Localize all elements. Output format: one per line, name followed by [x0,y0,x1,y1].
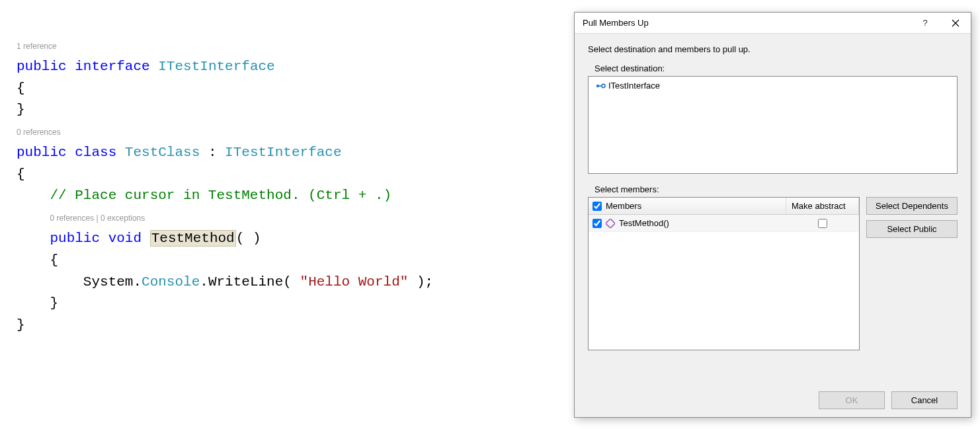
close-button[interactable] [940,13,971,34]
keyword: class [75,145,116,160]
parens: ( ) [236,231,261,246]
column-members: Members [606,201,641,211]
brace: } [17,317,25,332]
dialog-body: Select destination and members to pull u… [575,34,971,417]
destination-list[interactable]: ITestInterface [588,76,958,174]
brace: { [17,81,25,96]
ok-button[interactable]: OK [819,391,885,409]
make-abstract-checkbox[interactable] [818,219,827,228]
dialog-title: Pull Members Up [583,18,910,28]
brace: { [50,253,58,268]
close-icon [952,19,960,27]
type-name: ITestInterface [225,145,341,160]
table-row[interactable]: TestMethod() [589,215,859,232]
method-call: WriteLine [208,274,283,290]
help-button[interactable]: ? [910,13,940,34]
keyword: public [17,145,67,160]
string-literal: "Hello World" [300,274,409,290]
table-header: Members Make abstract [589,198,859,215]
keyword: void [108,231,142,246]
class-ref: Console [142,274,200,290]
help-icon: ? [922,18,927,28]
side-buttons: Select Dependents Select Public [866,197,958,350]
brace: { [17,167,25,182]
members-label: Select members: [594,184,958,194]
member-checkbox[interactable] [592,219,602,228]
instruction-text: Select destination and members to pull u… [588,44,958,54]
brace: } [50,295,58,311]
colon: : [208,145,217,160]
interface-icon [595,83,604,89]
destination-label: Select destination: [594,63,958,73]
svg-rect-3 [606,219,615,228]
method-name[interactable]: TestMethod [150,230,236,247]
select-dependents-button[interactable]: Select Dependents [866,197,958,215]
svg-point-0 [596,84,599,87]
codelens[interactable]: 1 reference [17,42,57,51]
select-all-checkbox[interactable] [592,202,602,211]
svg-point-2 [602,84,605,87]
pull-members-up-dialog: Pull Members Up ? Select destination and… [574,12,971,418]
method-icon [606,219,615,228]
keyword: public [50,231,100,246]
column-abstract: Make abstract [786,198,859,214]
namespace: System [83,274,134,290]
destination-item[interactable]: ITestInterface [594,80,952,91]
type-name: ITestInterface [158,59,274,74]
codelens[interactable]: 0 references | 0 exceptions [50,214,145,223]
codelens[interactable]: 0 references [17,128,61,137]
member-name: TestMethod() [619,218,669,228]
keyword: public [17,59,67,74]
dialog-footer: OK Cancel [588,383,958,409]
type-name: TestClass [125,145,200,160]
members-table[interactable]: Members Make abstract TestMethod() [588,197,860,350]
keyword: interface [75,59,149,74]
cancel-button[interactable]: Cancel [891,391,958,409]
brace: } [17,102,25,117]
select-public-button[interactable]: Select Public [866,220,958,238]
dialog-titlebar[interactable]: Pull Members Up ? [575,13,971,34]
destination-name: ITestInterface [608,81,660,91]
comment: // Place cursor in TestMethod. (Ctrl + .… [50,188,391,203]
